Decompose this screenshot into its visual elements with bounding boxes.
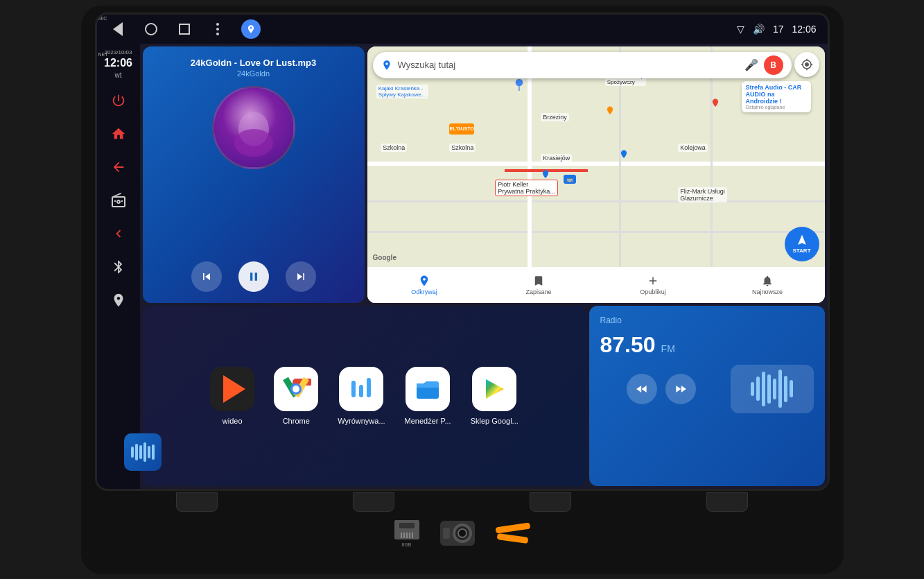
home-sidebar-button[interactable] bbox=[106, 121, 131, 146]
app-item-chrome[interactable]: Chrome bbox=[274, 367, 318, 425]
map-label-kolejowa: Kolejowa bbox=[678, 144, 708, 152]
radio-next-button[interactable] bbox=[665, 374, 696, 404]
radio-frequency-row: 87.50 FM bbox=[600, 332, 814, 358]
wave-bar-6 bbox=[778, 370, 782, 408]
maps-bottom-nav: Odkrywaj Zapisane Opublikuj bbox=[367, 267, 825, 303]
map-label-kajaki: Kajaki Krasieńka -Spływy Kajakowe... bbox=[376, 85, 428, 98]
album-face bbox=[214, 88, 293, 167]
recents-button[interactable] bbox=[175, 19, 194, 39]
maps-search-text[interactable]: Wyszukaj tutaj bbox=[398, 60, 739, 70]
accessories-row: 8GB bbox=[394, 517, 530, 550]
maps-nav-najnowsze[interactable]: Najnowsze bbox=[711, 275, 825, 295]
wave-bar-1 bbox=[751, 382, 754, 396]
map-label-brzeziny: Brzeziny bbox=[541, 113, 569, 121]
map-label-elgusto: EL'GUSTO bbox=[449, 123, 474, 135]
sd-card-body bbox=[394, 520, 419, 539]
fast-forward-icon bbox=[674, 382, 688, 396]
mount-tab-1 bbox=[176, 492, 218, 512]
wave-bar-7 bbox=[784, 376, 787, 402]
maps-nav-odkrywaj[interactable]: Odkrywaj bbox=[367, 275, 482, 295]
wifi-icon: ▽ bbox=[737, 24, 744, 35]
back-sidebar-button[interactable] bbox=[106, 155, 131, 180]
video-app-label: wideo bbox=[223, 417, 243, 425]
top-row: 24kGoldn - Love Or Lust.mp3 24kGoldn bbox=[143, 46, 825, 303]
radio-band: FM bbox=[661, 343, 675, 354]
updates-label: Najnowsze bbox=[752, 288, 783, 295]
maps-nav-opublikuj[interactable]: Opublikuj bbox=[596, 275, 711, 295]
right-area: 24kGoldn - Love Or Lust.mp3 24kGoldn bbox=[140, 44, 828, 489]
map-pin-1 bbox=[514, 77, 525, 94]
play-pause-button[interactable] bbox=[238, 261, 269, 292]
saved-icon bbox=[532, 275, 545, 287]
audio-widget[interactable] bbox=[124, 433, 162, 471]
contribute-icon bbox=[647, 275, 659, 287]
maps-nav-button[interactable] bbox=[241, 19, 261, 39]
sd-card: 8GB bbox=[394, 520, 419, 547]
start-label: START bbox=[792, 248, 810, 254]
next-button[interactable] bbox=[286, 261, 316, 292]
mount-tab-3 bbox=[530, 492, 571, 512]
backup-camera bbox=[440, 521, 475, 546]
maps-mic-icon[interactable]: 🎤 bbox=[744, 58, 758, 71]
map-pin-strefa bbox=[711, 98, 720, 113]
radio-sidebar-button[interactable] bbox=[106, 188, 131, 213]
map-pin-bus: 🚌 bbox=[564, 175, 576, 184]
more-button[interactable] bbox=[208, 19, 227, 39]
home-button[interactable] bbox=[141, 19, 161, 39]
svg-rect-10 bbox=[367, 378, 371, 397]
map-pin-2 bbox=[605, 105, 615, 121]
wave-bar-2 bbox=[756, 377, 760, 401]
google-logo: Google bbox=[373, 254, 396, 261]
play-triangle-icon bbox=[223, 375, 245, 403]
app-item-files[interactable]: Menedżer P... bbox=[405, 367, 451, 425]
signal-strength: 17 bbox=[773, 24, 784, 35]
files-icon-svg bbox=[414, 375, 442, 403]
maps-avatar[interactable]: B bbox=[764, 55, 783, 75]
start-navigation-button[interactable]: START bbox=[785, 227, 819, 261]
play-store-icon-svg bbox=[480, 375, 508, 403]
app-item-equalizer[interactable]: Wyrównywa... bbox=[338, 367, 385, 425]
location-button[interactable] bbox=[106, 288, 131, 313]
bluetooth-button[interactable] bbox=[106, 254, 131, 279]
maps-locate-button[interactable] bbox=[794, 52, 819, 77]
power-button[interactable] bbox=[106, 88, 131, 113]
app-launcher: wideo bbox=[143, 306, 586, 486]
sidebar-date-area: 2023/10/03 12:06 wt bbox=[104, 49, 132, 80]
status-bar: ▽ 🔊 17 12:06 bbox=[97, 15, 828, 44]
back-button[interactable] bbox=[108, 19, 128, 39]
pry-tool-2 bbox=[497, 533, 529, 544]
app-item-video[interactable]: wideo bbox=[210, 367, 254, 425]
wave-bar-5 bbox=[773, 379, 776, 399]
pry-tool-1 bbox=[495, 523, 530, 534]
speaker-icon: 🔊 bbox=[753, 24, 765, 35]
arrow-left-sidebar-button[interactable] bbox=[106, 221, 131, 246]
radio-content bbox=[600, 365, 814, 413]
main-content: 2023/10/03 12:06 wt bbox=[97, 44, 828, 489]
play-store-app-icon bbox=[472, 367, 516, 411]
screen-frame: MIC NET bbox=[95, 12, 830, 491]
camera-lens bbox=[453, 524, 472, 543]
prev-button[interactable] bbox=[191, 261, 222, 292]
chrome-icon-svg bbox=[281, 374, 311, 404]
mount-tab-2 bbox=[353, 492, 394, 512]
music-artist: 24kGoldn bbox=[154, 69, 354, 78]
album-art bbox=[212, 86, 295, 169]
screen: MIC NET bbox=[97, 15, 828, 489]
svg-point-1 bbox=[234, 129, 273, 157]
radio-prev-button[interactable] bbox=[627, 374, 657, 404]
equalizer-app-label: Wyrównywa... bbox=[338, 417, 385, 425]
app-item-play-store[interactable]: Sklep Googl... bbox=[471, 367, 518, 425]
equalizer-app-icon bbox=[339, 367, 383, 411]
video-app-icon bbox=[210, 367, 254, 411]
sidebar-date: 2023/10/03 bbox=[104, 49, 132, 56]
maps-search-bar[interactable]: Wyszukaj tutaj 🎤 B bbox=[373, 52, 792, 78]
map-label-krasiejow: Krasiejów bbox=[541, 154, 572, 162]
maps-nav-zapisane[interactable]: Zapisane bbox=[482, 275, 596, 295]
map-label-szkolna2: Szkolna bbox=[449, 144, 476, 152]
contribute-label: Opublikuj bbox=[640, 288, 666, 295]
equalizer-icon-svg bbox=[347, 375, 375, 403]
music-player: 24kGoldn - Love Or Lust.mp3 24kGoldn bbox=[143, 46, 365, 303]
home-icon bbox=[145, 23, 157, 35]
clock: 12:06 bbox=[792, 24, 816, 35]
maps-panel: Wyszukaj tutaj 🎤 B bbox=[367, 46, 825, 303]
